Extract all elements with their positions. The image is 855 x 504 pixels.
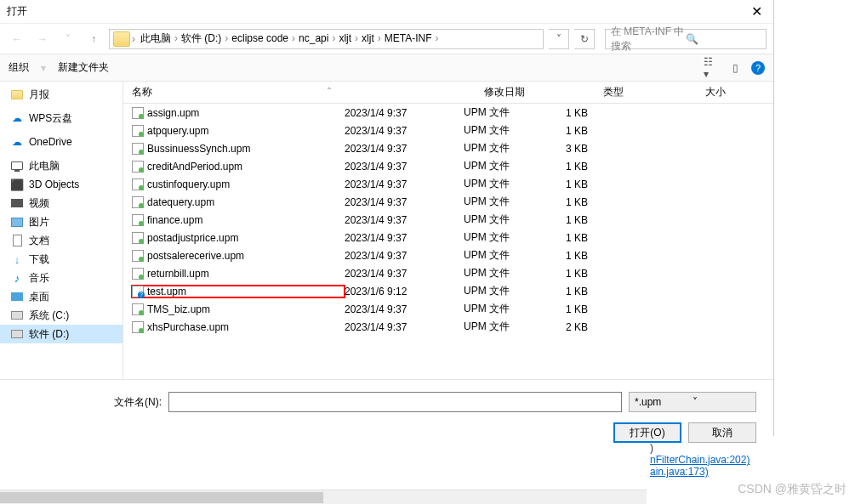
file-icon xyxy=(132,161,144,173)
sidebar-item-文档[interactable]: 文档 xyxy=(0,231,123,250)
column-date[interactable]: 修改日期 xyxy=(484,85,603,99)
search-icon: 🔍 xyxy=(686,33,761,45)
sidebar-item-OneDrive[interactable]: ☁OneDrive xyxy=(0,133,123,151)
breadcrumb-item[interactable]: eclipse code xyxy=(228,32,292,44)
preview-pane-button[interactable]: ▯ xyxy=(727,60,743,76)
back-button[interactable]: ← xyxy=(7,29,27,49)
file-type: UPM 文件 xyxy=(464,266,566,280)
file-date: 2023/1/4 9:37 xyxy=(345,214,464,226)
file-size: 1 KB xyxy=(566,232,634,244)
file-icon xyxy=(132,250,144,262)
address-bar[interactable]: › 此电脑›软件 (D:)›eclipse code›nc_api›xljt›x… xyxy=(109,29,544,49)
close-button[interactable]: ✕ xyxy=(739,0,773,24)
organize-menu[interactable]: 组织 xyxy=(9,60,29,75)
file-size: 1 KB xyxy=(566,250,634,262)
file-icon xyxy=(132,321,144,333)
file-row[interactable]: BussinuessSynch.upm2023/1/4 9:37UPM 文件3 … xyxy=(123,139,773,157)
search-input[interactable]: 在 META-INF 中搜索 🔍 xyxy=(605,29,767,49)
recent-dropdown[interactable]: ˅ xyxy=(58,29,78,49)
sidebar-item-label: 视频 xyxy=(29,196,49,211)
file-type: UPM 文件 xyxy=(464,212,566,227)
file-size: 1 KB xyxy=(566,178,634,190)
file-type: UPM 文件 xyxy=(464,284,566,298)
sidebar-item-桌面[interactable]: 桌面 xyxy=(0,287,123,306)
file-size: 1 KB xyxy=(566,303,634,315)
file-row[interactable]: assign.upm2023/1/4 9:37UPM 文件1 KB xyxy=(123,104,773,122)
file-type: UPM 文件 xyxy=(464,195,566,209)
horizontal-scrollbar[interactable] xyxy=(0,490,647,504)
file-type: UPM 文件 xyxy=(464,320,566,334)
sidebar-item-label: 软件 (D:) xyxy=(29,327,69,342)
sidebar-item-label: 下载 xyxy=(29,252,49,267)
sidebar-item-音乐[interactable]: ♪音乐 xyxy=(0,269,123,287)
file-row[interactable]: returnbill.upm2023/1/4 9:37UPM 文件1 KB xyxy=(123,264,773,282)
file-row[interactable]: TMS_biz.upm2023/1/4 9:37UPM 文件1 KB xyxy=(123,300,773,318)
file-row[interactable]: postadjustprice.upm2023/1/4 9:37UPM 文件1 … xyxy=(123,229,773,246)
file-row[interactable]: xhsPurchase.upm2023/1/4 9:37UPM 文件2 KB xyxy=(123,318,773,336)
sidebar-item-视频[interactable]: 视频 xyxy=(0,194,123,212)
file-date: 2023/1/4 9:37 xyxy=(345,232,464,244)
address-dropdown[interactable]: ˅ xyxy=(549,29,569,49)
filename-input[interactable] xyxy=(168,392,622,412)
sidebar-item-图片[interactable]: 图片 xyxy=(0,212,123,231)
chevron-right-icon: › xyxy=(436,32,439,44)
sidebar-item-月报[interactable]: 月报 xyxy=(0,85,123,104)
sidebar-item-此电脑[interactable]: 此电脑 xyxy=(0,156,123,175)
file-name: datequery.upm xyxy=(147,196,214,208)
column-headers[interactable]: 名称 ˆ 修改日期 类型 大小 xyxy=(123,82,773,104)
folder-icon xyxy=(113,31,130,47)
file-icon xyxy=(132,143,144,155)
breadcrumb-item[interactable]: META-INF xyxy=(381,32,436,44)
file-row[interactable]: atpquery.upm2023/1/4 9:37UPM 文件1 KB xyxy=(123,122,773,139)
file-date: 2023/1/4 9:37 xyxy=(345,250,464,262)
sidebar-item-下载[interactable]: ↓下载 xyxy=(0,250,123,269)
file-type-filter[interactable]: *.upm˅ xyxy=(629,392,756,412)
breadcrumb-item[interactable]: 软件 (D:) xyxy=(178,32,225,44)
sidebar-item-label: 3D Objects xyxy=(29,178,79,190)
breadcrumb-item[interactable]: nc_api xyxy=(295,32,332,44)
sidebar-item-3D Objects[interactable]: ⬛3D Objects xyxy=(0,175,123,194)
file-row[interactable]: postsalerecerive.upm2023/1/4 9:37UPM 文件1… xyxy=(123,246,773,264)
file-row[interactable]: creditAndPeriod.upm2023/1/4 9:37UPM 文件1 … xyxy=(123,157,773,175)
sidebar-item-软件 (D:)[interactable]: 软件 (D:) xyxy=(0,325,123,343)
navigation-pane[interactable]: 月报☁WPS云盘☁OneDrive此电脑⬛3D Objects视频图片文档↓下载… xyxy=(0,82,123,379)
file-name: creditAndPeriod.upm xyxy=(147,161,242,173)
sidebar-item-系统 (C:)[interactable]: 系统 (C:) xyxy=(0,306,123,325)
up-button[interactable]: ↑ xyxy=(83,29,104,49)
breadcrumb-item[interactable]: xljt xyxy=(335,32,355,44)
file-name: assign.upm xyxy=(147,107,199,119)
new-folder-button[interactable]: 新建文件夹 xyxy=(58,60,109,75)
column-name[interactable]: 名称 xyxy=(132,85,345,99)
file-row[interactable]: finance.upm2023/1/4 9:37UPM 文件1 KB xyxy=(123,211,773,229)
file-name: finance.upm xyxy=(147,214,202,226)
breadcrumb-item[interactable]: 此电脑 xyxy=(137,32,174,44)
sort-indicator-icon: ˆ xyxy=(328,87,331,99)
file-type: UPM 文件 xyxy=(464,141,566,156)
file-size: 2 KB xyxy=(566,321,634,333)
column-type[interactable]: 类型 xyxy=(603,85,705,99)
file-row[interactable]: datequery.upm2023/1/4 9:37UPM 文件1 KB xyxy=(123,193,773,211)
file-size: 3 KB xyxy=(566,143,634,155)
help-button[interactable]: ? xyxy=(751,61,765,75)
sidebar-item-WPS云盘[interactable]: ☁WPS云盘 xyxy=(0,109,123,127)
file-row[interactable]: test.upm2023/1/6 9:12UPM 文件1 KB xyxy=(123,282,773,300)
dl-icon: ↓ xyxy=(10,252,24,266)
column-size[interactable]: 大小 xyxy=(705,85,773,99)
forward-button[interactable]: → xyxy=(32,29,53,49)
cancel-button[interactable]: 取消 xyxy=(688,422,756,443)
file-date: 2023/1/4 9:37 xyxy=(345,125,464,137)
file-icon xyxy=(132,178,144,190)
open-button[interactable]: 打开(O) xyxy=(613,422,681,443)
file-row[interactable]: custinfoquery.upm2023/1/4 9:37UPM 文件1 KB xyxy=(123,175,773,193)
breadcrumb-item[interactable]: xljt xyxy=(358,32,378,44)
sidebar-item-label: WPS云盘 xyxy=(29,111,72,126)
file-size: 1 KB xyxy=(566,268,634,280)
view-options-button[interactable]: ☷ ▾ xyxy=(704,60,719,76)
music-icon: ♪ xyxy=(10,271,24,285)
refresh-button[interactable]: ↻ xyxy=(574,29,595,49)
file-date: 2023/1/4 9:37 xyxy=(345,143,464,155)
toolbar: 组织 ▾ 新建文件夹 ☷ ▾ ▯ ? xyxy=(0,54,773,82)
sidebar-item-label: 文档 xyxy=(29,234,49,248)
file-name: BussinuessSynch.upm xyxy=(147,143,250,155)
file-date: 2023/1/4 9:37 xyxy=(345,303,464,315)
